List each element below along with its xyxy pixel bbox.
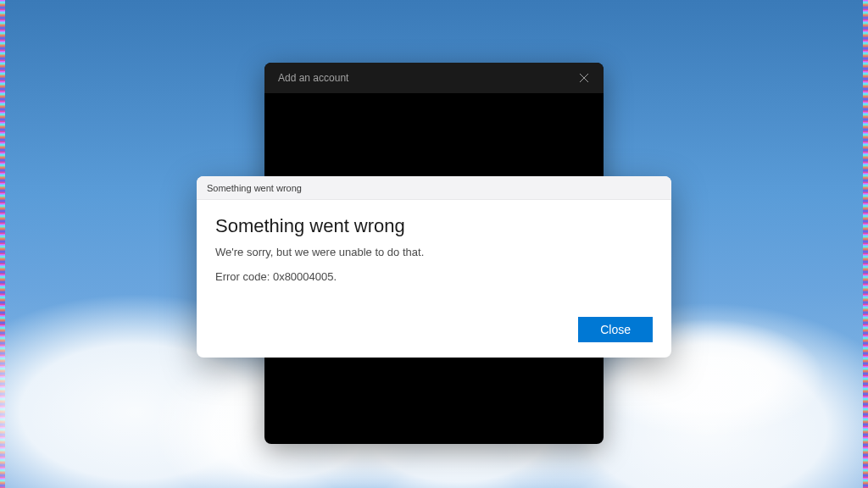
error-footer: Close (197, 317, 671, 358)
error-heading: Something went wrong (215, 215, 653, 237)
close-button[interactable]: Close (578, 317, 653, 342)
error-titlebar: Something went wrong (197, 176, 671, 200)
add-account-titlebar: Add an account (264, 63, 604, 93)
error-code: Error code: 0x80004005. (215, 270, 653, 283)
add-account-close-button[interactable] (565, 63, 604, 93)
error-titlebar-text: Something went wrong (207, 183, 302, 193)
error-message: We're sorry, but we were unable to do th… (215, 246, 653, 258)
error-dialog: Something went wrong Something went wron… (197, 176, 671, 358)
error-body: Something went wrong We're sorry, but we… (197, 200, 671, 297)
close-icon (580, 74, 588, 82)
add-account-title: Add an account (278, 72, 348, 84)
